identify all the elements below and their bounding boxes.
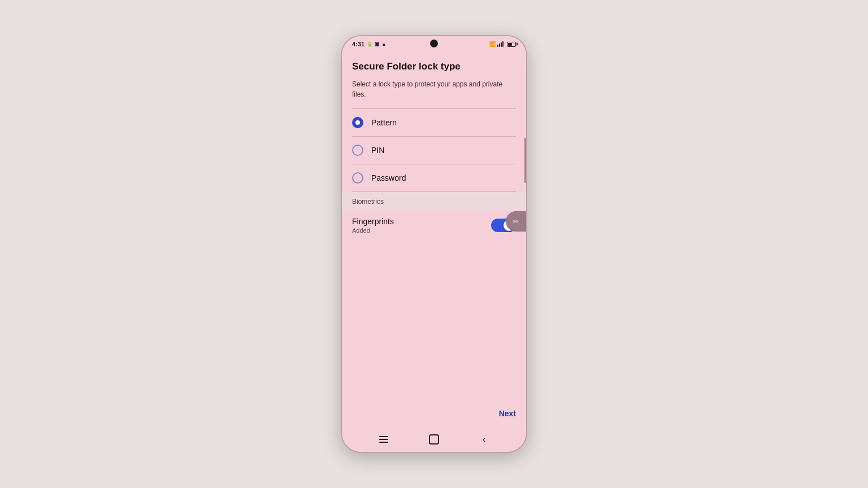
password-radio[interactable]: [352, 172, 363, 184]
left-status-icons: 🔋 ▣ ▲: [367, 41, 387, 47]
status-time: 4:31 🔋 ▣ ▲: [352, 41, 387, 47]
camera-notch: [430, 40, 438, 47]
next-button-row: Next: [352, 402, 516, 425]
pin-option[interactable]: PIN: [352, 137, 516, 164]
back-button[interactable]: ‹: [474, 429, 494, 450]
pattern-option[interactable]: Pattern: [352, 109, 516, 136]
notification-icon: ▲: [381, 41, 387, 47]
edit-fab-button[interactable]: ✏: [506, 211, 526, 232]
signal-icon: [497, 41, 505, 47]
nav-bar: ‹: [342, 427, 526, 452]
time-label: 4:31: [352, 41, 364, 47]
pin-radio[interactable]: [352, 145, 363, 156]
fingerprints-label: Fingerprints: [352, 217, 394, 226]
screenshot-icon: ▣: [375, 41, 380, 47]
pin-label: PIN: [371, 146, 384, 155]
fingerprints-text: Fingerprints Added: [352, 217, 394, 234]
password-option[interactable]: Password: [352, 164, 516, 191]
back-icon: ‹: [483, 434, 485, 445]
password-label: Password: [371, 173, 406, 182]
home-icon: [429, 434, 439, 445]
bottom-area: Next: [342, 398, 526, 427]
edit-icon: ✏: [513, 217, 519, 226]
next-button[interactable]: Next: [499, 407, 516, 420]
page-title: Secure Folder lock type: [352, 61, 516, 72]
right-status-icons: 📶: [489, 41, 516, 47]
pattern-radio[interactable]: [352, 117, 363, 128]
battery-icon: [507, 42, 516, 47]
phone-frame: 4:31 🔋 ▣ ▲ 📶 ✏ S: [341, 35, 527, 453]
scroll-indicator: [524, 138, 526, 183]
biometrics-section-header: Biometrics: [342, 192, 526, 210]
battery-small-icon: 🔋: [367, 41, 373, 47]
page-content-area: Secure Folder lock type Select a lock ty…: [342, 52, 526, 427]
page-subtitle: Select a lock type to protect your apps …: [352, 79, 516, 99]
recent-apps-icon: [379, 436, 388, 443]
fingerprints-row[interactable]: Fingerprints Added: [352, 210, 516, 241]
home-button[interactable]: [424, 429, 444, 450]
fingerprints-sublabel: Added: [352, 227, 394, 234]
pattern-label: Pattern: [371, 118, 397, 127]
wifi-icon: 📶: [489, 41, 496, 47]
recent-apps-button[interactable]: [374, 429, 394, 450]
scrollable-content: Secure Folder lock type Select a lock ty…: [342, 52, 526, 398]
